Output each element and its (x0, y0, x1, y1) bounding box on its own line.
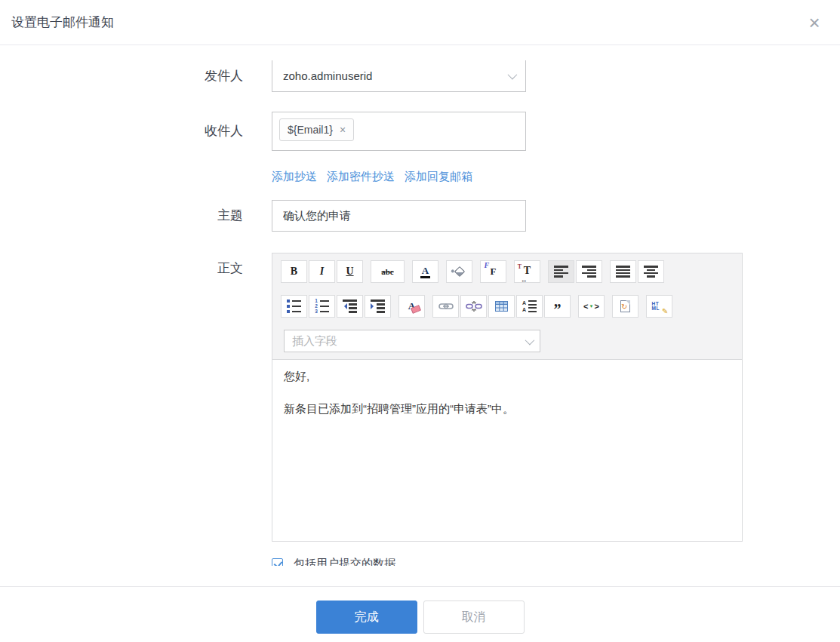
sender-label: 发件人 (0, 60, 243, 92)
align-justify-icon (616, 266, 630, 278)
font-family-button[interactable]: FF (480, 260, 506, 283)
add-cc-link[interactable]: 添加抄送 (272, 170, 317, 184)
numbered-list-button[interactable] (309, 295, 335, 318)
table-icon (495, 301, 508, 312)
align-left-icon (554, 266, 568, 278)
align-left-button[interactable] (548, 260, 574, 283)
body-paragraph: 新条目已添加到“招聘管理”应用的“申请表”中。 (284, 402, 731, 416)
embed-code-icon: <▼> (583, 302, 599, 311)
font-size-button[interactable]: TT↔ (514, 260, 540, 283)
paint-bucket-icon (454, 266, 464, 277)
recipient-tag: ${Email1} × (279, 118, 354, 141)
insert-field-select[interactable]: 插入字段 (284, 330, 540, 352)
recipient-field[interactable]: ${Email1} × (272, 112, 526, 151)
indent-button[interactable] (365, 295, 391, 318)
align-center-button[interactable] (638, 260, 664, 283)
rich-text-editor: B I U abc A (272, 253, 743, 542)
subject-input[interactable] (272, 200, 526, 232)
embed-code-button[interactable]: <▼> (578, 295, 605, 318)
insert-link-button[interactable] (432, 295, 459, 318)
cancel-button[interactable]: 取消 (423, 601, 525, 634)
dialog-content: 发件人 zoho.adminuserid 收件人 ${Email1} × 添加抄… (0, 46, 840, 566)
align-justify-button[interactable] (610, 260, 636, 283)
include-data-label: 包括用户提交的数据 (294, 557, 395, 566)
include-data-checkbox[interactable] (272, 558, 283, 566)
html-editor-icon: HT ML ✎ (652, 302, 667, 311)
subject-row: 主题 (0, 200, 840, 232)
align-center-icon (644, 266, 658, 278)
outdent-button[interactable] (337, 295, 363, 318)
insert-field-placeholder: 插入字段 (292, 334, 337, 349)
italic-icon: I (320, 266, 324, 278)
quote-icon: ” (554, 306, 562, 313)
italic-button[interactable]: I (309, 260, 335, 283)
font-size-icon: TT↔ (524, 265, 531, 278)
line-spacing-button[interactable]: AA (516, 295, 543, 318)
body-row: 正文 B I U abc A (0, 253, 840, 542)
font-family-icon: FF (491, 266, 497, 278)
insert-table-button[interactable] (488, 295, 515, 318)
bullet-list-button[interactable] (281, 295, 307, 318)
view-source-button[interactable]: ↻ (612, 295, 638, 318)
underline-icon: U (346, 266, 353, 278)
sender-value: zoho.adminuserid (283, 69, 372, 82)
cc-links-row: 添加抄送 添加密件抄送 添加回复邮箱 (0, 170, 840, 184)
close-button[interactable]: × (802, 11, 826, 35)
remove-format-icon: A (408, 300, 415, 312)
toolbar-row-1: B I U abc A (281, 260, 734, 283)
align-right-icon (582, 266, 596, 278)
numbered-list-icon (315, 299, 329, 313)
bullet-list-icon (287, 299, 301, 313)
unlink-icon (466, 301, 482, 312)
strikethrough-icon: abc (381, 267, 394, 276)
sender-select[interactable]: zoho.adminuserid (272, 60, 526, 92)
dialog-title: 设置电子邮件通知 (11, 0, 114, 45)
remove-format-button[interactable]: A (398, 295, 425, 318)
bold-button[interactable]: B (281, 260, 307, 283)
add-reply-link[interactable]: 添加回复邮箱 (405, 170, 472, 184)
dialog-header: 设置电子邮件通知 × (0, 0, 840, 45)
source-page-icon: ↻ (620, 300, 630, 312)
blockquote-button[interactable]: ” (544, 295, 571, 318)
remove-link-button[interactable] (460, 295, 487, 318)
pencil-icon: ✎ (662, 307, 668, 315)
line-spacing-icon: AA (522, 300, 537, 312)
email-body-editor[interactable]: 您好, 新条目已添加到“招聘管理”应用的“申请表”中。 (272, 359, 742, 541)
recipient-label: 收件人 (0, 112, 243, 151)
remove-tag-icon[interactable]: × (340, 124, 346, 135)
chevron-down-icon (525, 335, 535, 345)
link-icon (438, 302, 454, 311)
toolbar-row-2: A (281, 295, 734, 318)
font-color-button[interactable]: A (412, 260, 438, 283)
include-data-row: 包括用户提交的数据 (272, 557, 395, 566)
chevron-down-icon (508, 70, 518, 80)
outdent-icon (343, 299, 357, 312)
recipient-tag-text: ${Email1} (288, 124, 333, 136)
email-notification-dialog: 设置电子邮件通知 × 发件人 zoho.adminuserid 收件人 ${Em… (0, 0, 840, 642)
html-editor-button[interactable]: HT ML ✎ (646, 295, 672, 318)
add-bcc-link[interactable]: 添加密件抄送 (327, 170, 395, 184)
done-button[interactable]: 完成 (316, 601, 417, 634)
bold-icon: B (291, 266, 297, 278)
subject-label: 主题 (0, 200, 243, 232)
close-icon: × (808, 11, 820, 34)
background-color-button[interactable] (446, 260, 472, 283)
align-right-button[interactable] (576, 260, 602, 283)
dialog-footer: 完成 取消 (0, 586, 840, 642)
recipient-row: 收件人 ${Email1} × (0, 112, 840, 151)
indent-icon (371, 299, 385, 312)
underline-button[interactable]: U (337, 260, 363, 283)
editor-toolbar: B I U abc A (272, 253, 742, 352)
strikethrough-button[interactable]: abc (371, 260, 405, 283)
body-paragraph: 您好, (284, 370, 731, 384)
font-color-icon: A (420, 266, 430, 278)
body-label: 正文 (0, 253, 243, 284)
sender-row: 发件人 zoho.adminuserid (0, 60, 840, 92)
